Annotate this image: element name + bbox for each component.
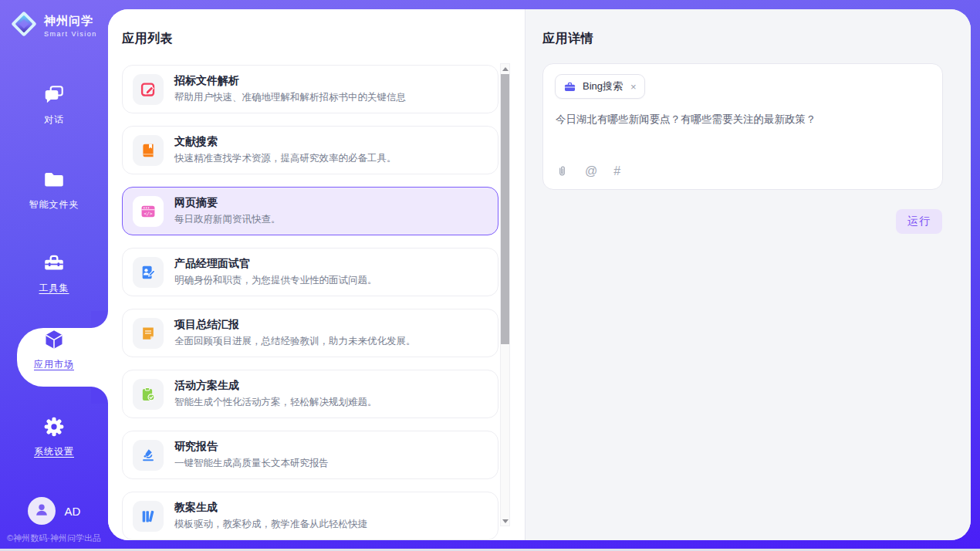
avatar (28, 497, 56, 525)
app-card-description: 模板驱动，教案秒成，教学准备从此轻松快捷 (174, 518, 367, 531)
app-detail-title: 应用详情 (542, 31, 593, 47)
app-list: 招标文件解析 帮助用户快速、准确地理解和解析招标书中的关键信息 文献搜索 快速精… (122, 65, 498, 540)
app-list-panel: 应用列表 招标文件解析 帮助用户快速、准确地理解和解析招标书中的关键信息 (108, 9, 525, 540)
sidebar: 神州问学 Smart Vision 对话 智能文件夹 工具集 应用市场 系统设置… (0, 0, 108, 549)
scrollbar-up-arrow-icon[interactable] (501, 64, 509, 73)
interview-icon (140, 264, 157, 281)
copyright-text: ©神州数码·神州问学出品 (0, 532, 108, 544)
person-icon (33, 501, 50, 521)
cube-icon (42, 328, 66, 351)
app-icon-box: </> (133, 196, 164, 227)
app-card-title: 网页摘要 (174, 196, 281, 210)
sidebar-item-chat[interactable]: 对话 (0, 83, 108, 127)
user-name: AD (65, 505, 81, 518)
app-card-title: 活动方案生成 (174, 379, 377, 393)
microscope-icon (140, 447, 157, 464)
app-icon-box (133, 257, 164, 288)
sidebar-item-toolset[interactable]: 工具集 (0, 252, 108, 295)
edit-doc-icon (140, 81, 157, 98)
sidebar-item-settings[interactable]: 系统设置 (0, 415, 108, 458)
book-icon (140, 142, 157, 159)
app-list-scrollbar[interactable] (500, 63, 510, 526)
app-card-description: 帮助用户快速、准确地理解和解析招标书中的关键信息 (174, 91, 406, 104)
scrollbar-thumb[interactable] (501, 74, 509, 344)
sidebar-item-smart-folder[interactable]: 智能文件夹 (0, 168, 108, 211)
sidebar-item-label: 应用市场 (0, 358, 108, 371)
app-card[interactable]: </> 网页摘要 每日政府新闻资讯快查。 (122, 187, 498, 235)
app-card-description: 明确身份和职责，为您提供专业性的面试问题。 (174, 274, 377, 287)
tool-tag-label: Bing搜索 (583, 79, 623, 93)
hash-icon[interactable]: # (613, 164, 620, 178)
close-icon[interactable]: × (630, 82, 637, 92)
sidebar-item-label: 工具集 (0, 282, 108, 295)
books-icon (140, 508, 157, 525)
app-card-description: 智能生成个性化活动方案，轻松解决规划难题。 (174, 396, 377, 409)
app-detail-panel: 应用详情 Bing搜索 × 今日湖北有哪些新闻要点？有哪些需要关注的最新政策？ … (525, 9, 971, 540)
sidebar-item-label: 智能文件夹 (0, 198, 108, 211)
active-item-curve-top (91, 311, 108, 328)
app-card[interactable]: 活动方案生成 智能生成个性化活动方案，轻松解决规划难题。 (122, 370, 498, 418)
browser-code-icon: </> (140, 203, 157, 220)
prompt-card: Bing搜索 × 今日湖北有哪些新闻要点？有哪些需要关注的最新政策？ @ # (542, 63, 943, 190)
note-icon (140, 325, 157, 342)
input-toolbar: @ # (556, 164, 620, 178)
tool-tag-bing-search[interactable]: Bing搜索 × (555, 74, 645, 99)
app-card-title: 产品经理面试官 (174, 257, 377, 271)
app-card-description: 每日政府新闻资讯快查。 (174, 213, 281, 226)
app-card-title: 研究报告 (174, 440, 329, 454)
app-icon-box (133, 501, 164, 532)
app-icon-box (133, 318, 164, 349)
app-card-title: 项目总结汇报 (174, 318, 416, 332)
app-card-description: 快速精准查找学术资源，提高研究效率的必备工具。 (174, 152, 397, 165)
app-list-title: 应用列表 (122, 31, 173, 47)
app-icon-box (133, 74, 164, 105)
run-button[interactable]: 运行 (896, 209, 942, 234)
active-item-curve-bottom (91, 387, 108, 404)
gem-logo-icon (9, 9, 39, 42)
app-card[interactable]: 文献搜索 快速精准查找学术资源，提高研究效率的必备工具。 (122, 126, 498, 174)
toolbox-icon (42, 252, 66, 275)
brand-subtitle: Smart Vision (44, 30, 97, 38)
app-icon-box (133, 135, 164, 166)
clipboard-check-icon (140, 386, 157, 403)
app-card-description: 一键智能生成高质量长文本研究报告 (174, 457, 329, 470)
sidebar-item-label: 系统设置 (0, 445, 108, 458)
user-account[interactable]: AD (0, 497, 108, 525)
sidebar-item-label: 对话 (0, 113, 108, 127)
app-card[interactable]: 招标文件解析 帮助用户快速、准确地理解和解析招标书中的关键信息 (122, 65, 498, 113)
query-input[interactable]: 今日湖北有哪些新闻要点？有哪些需要关注的最新政策？ (556, 112, 930, 127)
sidebar-item-app-market[interactable]: 应用市场 (0, 328, 108, 387)
app-card-description: 全面回顾项目进展，总结经验教训，助力未来优化发展。 (174, 335, 416, 348)
brand-logo[interactable]: 神州问学 Smart Vision (9, 9, 97, 42)
app-card-title: 文献搜索 (174, 135, 397, 149)
app-card-title: 教案生成 (174, 501, 367, 515)
gear-icon (42, 415, 66, 438)
folder-icon (42, 168, 66, 191)
svg-text:</>: </> (144, 210, 152, 215)
scrollbar-down-arrow-icon[interactable] (501, 516, 509, 526)
briefcase-icon (563, 80, 576, 93)
mention-icon[interactable]: @ (585, 164, 597, 178)
app-card[interactable]: 教案生成 模板驱动，教案秒成，教学准备从此轻松快捷 (122, 492, 498, 540)
app-card-title: 招标文件解析 (174, 74, 406, 88)
app-card[interactable]: 产品经理面试官 明确身份和职责，为您提供专业性的面试问题。 (122, 248, 498, 296)
chat-icon (42, 83, 66, 106)
app-card[interactable]: 项目总结汇报 全面回顾项目进展，总结经验教训，助力未来优化发展。 (122, 309, 498, 357)
brand-name: 神州问学 (44, 14, 93, 27)
attachment-icon[interactable] (556, 165, 569, 178)
app-card[interactable]: 研究报告 一键智能生成高质量长文本研究报告 (122, 431, 498, 479)
content-shell: 应用列表 招标文件解析 帮助用户快速、准确地理解和解析招标书中的关键信息 (108, 9, 971, 540)
app-icon-box (133, 440, 164, 471)
app-icon-box (133, 379, 164, 410)
